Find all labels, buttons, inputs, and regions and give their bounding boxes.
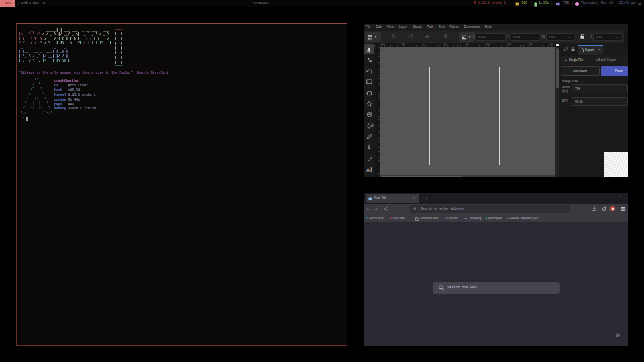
svg-text:A: A [366,167,370,173]
